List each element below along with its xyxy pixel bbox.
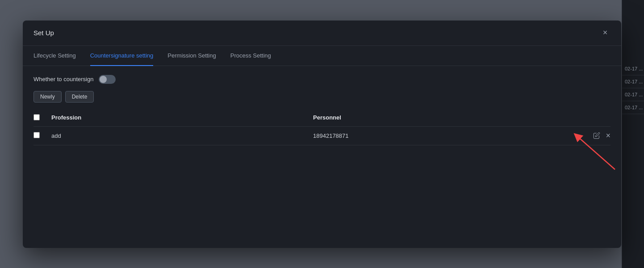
tab-process[interactable]: Process Setting (230, 46, 271, 66)
tab-lifecycle[interactable]: Lifecycle Setting (33, 46, 76, 66)
tabs-container: Lifecycle Setting Countersignature setti… (23, 46, 621, 66)
svg-line-1 (577, 136, 615, 169)
countersign-toggle-label: Whether to countersign (33, 76, 93, 82)
row-actions: × (575, 131, 611, 140)
right-panel-item: 02-17 ... (622, 101, 644, 114)
modal-title: Set Up (33, 29, 54, 37)
row-profession: add (51, 132, 313, 139)
header-profession: Profession (51, 114, 313, 122)
header-checkbox-cell (33, 114, 51, 122)
right-panel-item: 02-17 ... (622, 75, 644, 88)
select-all-checkbox[interactable] (33, 114, 40, 120)
tab-countersignature[interactable]: Countersignature setting (90, 46, 154, 66)
header-personnel: Personnel (313, 114, 575, 122)
delete-button[interactable]: Delete (65, 91, 94, 103)
table-header: Profession Personnel (33, 110, 611, 127)
header-actions (575, 114, 611, 122)
newly-button[interactable]: Newly (33, 91, 62, 103)
setup-modal: Set Up × Lifecycle Setting Countersignat… (23, 21, 621, 248)
modal-header: Set Up × (23, 21, 621, 46)
toggle-track (99, 75, 116, 84)
right-panel-item: 02-17 ... (622, 88, 644, 101)
row-personnel: 18942178871 (313, 132, 575, 139)
countersign-toggle-switch[interactable] (99, 75, 116, 84)
countersign-table: Profession Personnel add 18942178871 (33, 110, 611, 145)
row-checkbox-cell (33, 132, 51, 140)
delete-row-icon[interactable]: × (606, 131, 611, 140)
close-modal-icon: × (603, 28, 608, 37)
right-panel: 02-17 ... 02-17 ... 02-17 ... 02-17 ... (622, 0, 644, 268)
modal-content: Whether to countersign Newly Delete Prof… (23, 66, 621, 248)
table-row: add 18942178871 × (33, 127, 611, 145)
right-panel-item: 02-17 ... (622, 62, 644, 75)
modal-close-button[interactable]: × (600, 28, 611, 38)
toggle-thumb (100, 76, 107, 83)
countersign-toggle-row: Whether to countersign (33, 75, 611, 84)
row-checkbox[interactable] (33, 132, 40, 138)
edit-icon[interactable] (593, 132, 600, 139)
tab-permission[interactable]: Permission Setting (167, 46, 216, 66)
action-buttons-row: Newly Delete (33, 91, 611, 103)
